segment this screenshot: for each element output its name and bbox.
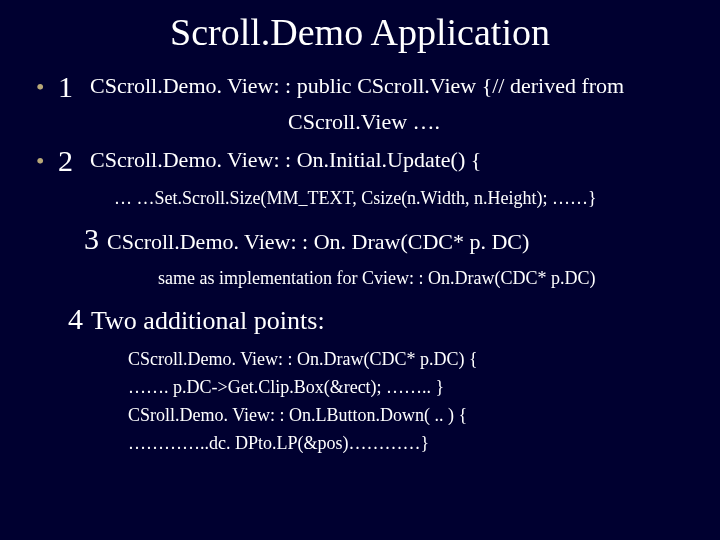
list-item: 3 CScroll.Demo. View: : On. Draw(CDC* p.… [28,224,692,256]
slide: Scroll.Demo Application • 1 CScroll.Demo… [0,0,720,540]
item-number: 2 [54,146,90,176]
item-number: 1 [54,72,90,102]
list-item: • 1 CScroll.Demo. View: : public CScroll… [28,72,692,102]
code-line: CScroll.Demo. View: : On.Draw(CDC* p.DC)… [28,347,692,371]
slide-title: Scroll.Demo Application [28,10,692,54]
list-item: 4 Two additional points: [28,304,692,337]
item-text: CScroll.Demo. View: : public CScroll.Vie… [90,72,624,100]
code-line: …………..dc. DPto.LP(&pos)…………} [28,431,692,455]
item-text-cont: CScroll.View …. [28,108,692,136]
bullet-icon: • [28,146,54,176]
item-subtext: … …Set.Scroll.Size(MM_TEXT, Csize(n.Widt… [28,186,692,210]
item-number: 4 [68,304,91,334]
list-item: • 2 CScroll.Demo. View: : On.Initial.Upd… [28,146,692,176]
item-number: 3 [84,224,107,254]
item-text: CScroll.Demo. View: : On. Draw(CDC* p. D… [107,228,529,256]
code-line: ……. p.DC->Get.Clip.Box(&rect); …….. } [28,375,692,399]
item-subtext: same as implementation for Cview: : On.D… [28,266,692,290]
bullet-icon: • [28,72,54,102]
code-line: CSroll.Demo. View: : On.LButton.Down( ..… [28,403,692,427]
item-text: CScroll.Demo. View: : On.Initial.Update(… [90,146,481,174]
item-text: Two additional points: [91,305,325,337]
